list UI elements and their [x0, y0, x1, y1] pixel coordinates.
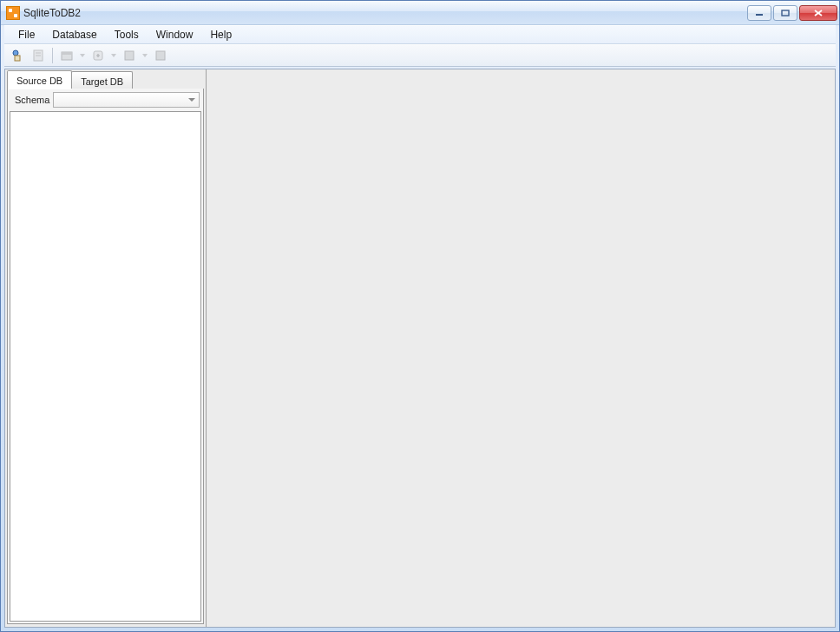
- svg-rect-1: [782, 10, 789, 16]
- wizard-icon: [10, 49, 24, 63]
- close-button[interactable]: [799, 5, 837, 21]
- left-panel: Source DB Target DB Schema: [5, 69, 207, 627]
- svg-marker-15: [142, 54, 148, 57]
- main-content-area: [207, 69, 835, 627]
- toolbar-import-button[interactable]: [57, 46, 76, 65]
- schema-tree[interactable]: [10, 111, 201, 622]
- toolbar-import-dropdown[interactable]: [78, 46, 87, 65]
- svg-marker-11: [80, 54, 85, 57]
- client-area: Source DB Target DB Schema: [4, 69, 836, 628]
- minimize-icon: [755, 10, 764, 16]
- app-window: SqliteToDB2 File Database Tools Window H…: [0, 0, 840, 632]
- toolbar-run-button[interactable]: [120, 46, 139, 65]
- svg-rect-0: [756, 14, 763, 16]
- menu-help[interactable]: Help: [201, 27, 240, 43]
- close-icon: [813, 10, 824, 16]
- tab-source-db[interactable]: Source DB: [7, 70, 72, 89]
- settings-icon: [31, 49, 45, 63]
- tab-target-db[interactable]: Target DB: [71, 71, 133, 89]
- svg-point-4: [13, 50, 18, 56]
- run-icon: [122, 49, 136, 63]
- schema-label: Schema: [11, 95, 49, 105]
- menubar: File Database Tools Window Help: [4, 25, 836, 44]
- toolbar-run-dropdown[interactable]: [141, 46, 149, 65]
- stop-icon: [154, 49, 167, 63]
- maximize-icon: [781, 10, 790, 16]
- titlebar: SqliteToDB2: [1, 1, 839, 25]
- chevron-down-icon: [79, 52, 86, 59]
- window-title: SqliteToDB2: [23, 7, 747, 19]
- svg-rect-10: [62, 52, 72, 55]
- app-icon: [6, 6, 20, 20]
- minimize-button[interactable]: [747, 5, 771, 21]
- toolbar: [4, 44, 836, 67]
- menu-database[interactable]: Database: [43, 27, 105, 43]
- toolbar-stop-button[interactable]: [151, 46, 170, 65]
- toolbar-export-dropdown[interactable]: [109, 46, 118, 65]
- chevron-down-icon: [110, 52, 117, 59]
- export-icon: [91, 49, 105, 63]
- menu-window[interactable]: Window: [148, 27, 202, 43]
- svg-marker-13: [111, 54, 116, 57]
- toolbar-wizard-button[interactable]: [8, 46, 27, 65]
- menu-tools[interactable]: Tools: [106, 27, 148, 43]
- toolbar-settings-button[interactable]: [29, 46, 48, 65]
- chevron-down-icon: [141, 52, 148, 59]
- schema-combobox[interactable]: [53, 92, 200, 108]
- toolbar-export-button[interactable]: [89, 46, 108, 65]
- svg-rect-14: [125, 51, 134, 60]
- import-icon: [60, 49, 74, 63]
- tab-body: Schema: [7, 88, 204, 624]
- svg-rect-5: [15, 56, 20, 61]
- maximize-button[interactable]: [773, 5, 797, 21]
- toolbar-separator: [52, 48, 53, 63]
- db-tabs: Source DB Target DB: [5, 69, 206, 89]
- window-controls: [747, 5, 837, 21]
- menu-file[interactable]: File: [10, 27, 43, 43]
- svg-rect-16: [156, 51, 165, 60]
- schema-row: Schema: [8, 89, 203, 111]
